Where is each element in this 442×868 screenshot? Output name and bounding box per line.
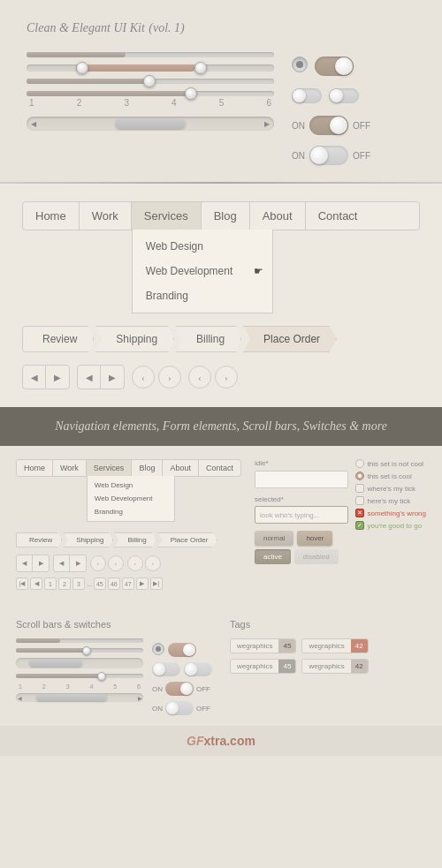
slider-3-track[interactable] — [27, 79, 274, 84]
small-pag-prev-1[interactable]: ◀ — [17, 555, 33, 571]
pag-next-2[interactable]: ▶ — [101, 366, 124, 389]
small-step-order[interactable]: Place Order — [157, 532, 218, 547]
slider-2-thumb-left[interactable] — [76, 62, 88, 74]
scrollbar-arrow-right[interactable]: ▶ — [136, 695, 143, 701]
checkbox-4[interactable] — [355, 496, 364, 505]
small-pag-1[interactable]: 1 — [44, 577, 57, 590]
small-pag-next-2[interactable]: ▶ — [70, 555, 86, 571]
slider-2-thumb-right[interactable] — [194, 62, 207, 74]
pag-next-1[interactable]: ▶ — [46, 366, 69, 389]
small-toggle-on-1[interactable] — [168, 643, 196, 657]
small-pag-first[interactable]: |◀ — [16, 577, 28, 590]
step-shipping[interactable]: Shipping — [95, 326, 174, 352]
checkbox-green-6[interactable]: ✓ — [355, 521, 364, 530]
tag-1[interactable]: wegraphics 45 — [230, 638, 296, 653]
small-toggle-off-1[interactable] — [152, 662, 180, 676]
scroll-thumb[interactable] — [115, 118, 186, 129]
form-input-idle[interactable] — [255, 471, 348, 488]
small-pag-next-1[interactable]: ▶ — [33, 555, 49, 571]
slider-1-track[interactable] — [27, 52, 274, 57]
toggle-on-1[interactable] — [315, 57, 354, 76]
nav-item-contact[interactable]: Contact — [306, 202, 370, 230]
btn-active[interactable]: active — [255, 549, 291, 564]
radio-checked-2[interactable] — [355, 472, 364, 480]
small-nav-blog[interactable]: Blog — [132, 460, 163, 476]
pag-circle-next-2[interactable]: › — [215, 366, 238, 389]
small-track-1[interactable] — [16, 638, 143, 643]
pag-prev-2[interactable]: ◀ — [78, 366, 101, 389]
step-billing[interactable]: Billing — [176, 326, 241, 352]
dropdown-item-branding[interactable]: Branding — [133, 283, 272, 308]
small-dd-webdesign[interactable]: Web Design — [88, 479, 174, 492]
dropdown-item-webdev[interactable]: Web Development ☛ — [133, 259, 272, 283]
scroll-arrow-right[interactable]: ▶ — [260, 117, 274, 131]
form-input-selected[interactable] — [255, 506, 348, 524]
slider-2-track[interactable] — [27, 64, 274, 72]
small-nav-about[interactable]: About — [163, 460, 199, 476]
small-thumb-4[interactable] — [97, 672, 106, 681]
pag-circle-prev-2[interactable]: ‹ — [188, 366, 211, 389]
slider-4-thumb[interactable] — [185, 87, 197, 100]
small-nav-services[interactable]: Services Web Design Web Development Bran… — [87, 460, 133, 476]
scrollbar-horiz-2[interactable]: ◀ ▶ — [16, 693, 143, 702]
checkbox-x-5[interactable]: ✕ — [355, 509, 364, 517]
tag-2[interactable]: wegraphics 42 — [301, 638, 368, 653]
step-placeorder[interactable]: Place Order — [243, 326, 337, 352]
small-pag-2[interactable]: 2 — [58, 577, 71, 590]
small-radio-on[interactable] — [152, 643, 164, 655]
btn-normal[interactable]: normal — [255, 531, 293, 546]
scrollbar-horiz-1[interactable] — [16, 658, 143, 668]
small-nav-contact[interactable]: Contact — [199, 460, 240, 476]
small-toggle-on-2[interactable] — [165, 682, 194, 696]
small-pag-46[interactable]: 46 — [108, 577, 120, 590]
nav-item-services[interactable]: Services Web Design Web Development ☛ Br… — [132, 202, 202, 230]
small-step-shipping[interactable]: Shipping — [63, 532, 113, 547]
scrollbar-thumb-horiz-2[interactable] — [36, 694, 107, 701]
pag-circle-next-1[interactable]: › — [158, 366, 181, 389]
small-pag-c-next-1[interactable]: › — [108, 555, 124, 571]
radio-on-1[interactable] — [292, 57, 308, 72]
toggle-off-small-1[interactable] — [292, 88, 322, 103]
small-pag-3[interactable]: 3 — [72, 577, 85, 590]
small-dd-branding[interactable]: Branding — [88, 505, 174, 518]
radio-unchecked-1[interactable] — [355, 459, 364, 468]
small-track-2[interactable] — [16, 648, 143, 653]
small-pag-c-prev-1[interactable]: ‹ — [90, 555, 106, 571]
scrollbar-thumb-horiz-1[interactable] — [29, 660, 82, 667]
small-toggle-off-3[interactable] — [165, 701, 194, 715]
small-nav-home[interactable]: Home — [17, 460, 53, 476]
scroll-arrow-left[interactable]: ◀ — [27, 117, 41, 131]
slider-3-thumb[interactable] — [143, 75, 156, 87]
toggle-off-small-2[interactable] — [329, 88, 359, 103]
checkbox-3[interactable] — [355, 484, 364, 493]
small-pag-prev-num[interactable]: ◀ — [30, 577, 42, 590]
small-pag-45[interactable]: 45 — [94, 577, 106, 590]
scrollbar[interactable]: ◀ ▶ — [27, 117, 274, 131]
pag-prev-1[interactable]: ◀ — [23, 366, 46, 389]
btn-disabled[interactable]: disabled — [294, 549, 339, 564]
small-pag-c-next-2[interactable]: › — [145, 555, 161, 571]
small-pag-prev-2[interactable]: ◀ — [54, 555, 70, 571]
small-pag-last[interactable]: ▶| — [150, 577, 163, 590]
scrollbar-arrow-left[interactable]: ◀ — [16, 695, 23, 701]
small-step-billing[interactable]: Billing — [114, 532, 156, 547]
small-dd-webdev[interactable]: Web Development — [88, 492, 174, 505]
tag-4[interactable]: wegraphics 42 — [301, 659, 368, 674]
toggle-on-2[interactable] — [309, 116, 348, 135]
small-pag-next-num[interactable]: ▶ — [136, 577, 149, 590]
nav-item-work[interactable]: Work — [80, 202, 132, 230]
small-thumb-2[interactable] — [82, 646, 91, 655]
small-pag-47[interactable]: 47 — [122, 577, 134, 590]
small-nav-work[interactable]: Work — [53, 460, 87, 476]
dropdown-item-webdesign[interactable]: Web Design — [133, 234, 272, 259]
nav-item-about[interactable]: About — [250, 202, 306, 230]
toggle-off-2[interactable] — [309, 146, 348, 165]
small-toggle-off-2[interactable] — [184, 662, 212, 676]
step-review[interactable]: Review — [22, 326, 94, 352]
nav-item-blog[interactable]: Blog — [202, 202, 250, 230]
slider-4-track[interactable] — [27, 91, 274, 96]
nav-item-home[interactable]: Home — [23, 202, 80, 230]
small-pag-c-prev-2[interactable]: ‹ — [127, 555, 143, 571]
tag-3[interactable]: wegraphics 45 — [230, 659, 296, 674]
small-step-review[interactable]: Review — [16, 532, 62, 547]
